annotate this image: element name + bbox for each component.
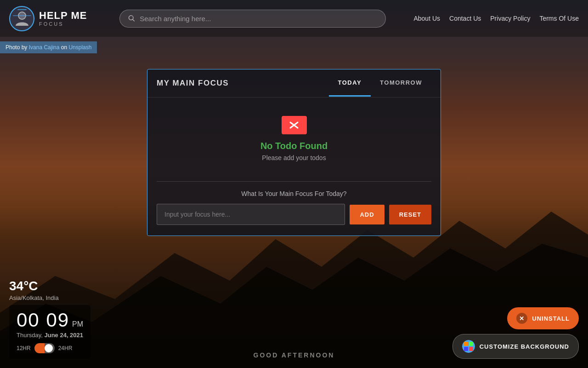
search-bar [119,10,386,28]
nav-about[interactable]: About Us [413,15,440,22]
clock-ampm: PM [72,320,83,328]
search-bar-wrap [119,10,386,28]
toggle-thumb [45,344,53,352]
nav-links: About Us Contact Us Privacy Policy Terms… [413,15,579,22]
clock-main: 00 09 PM [17,310,83,330]
no-todo-icon [282,116,307,134]
label-24hr: 24HR [58,345,73,351]
tab-today[interactable]: TODAY [329,70,371,97]
svg-rect-5 [13,15,31,16]
svg-line-7 [133,19,134,21]
clock-minutes: 09 [46,309,69,331]
uninstall-button[interactable]: ✕ UNINSTALL [507,307,579,329]
clock-full-date: June 24, 2021 [44,332,83,339]
photo-credit-author[interactable]: Ivana Cajina [29,44,60,51]
photo-credit-on: on [59,44,68,51]
header: HELP ME Focus About Us Contact Us Privac… [0,0,588,37]
logo-icon [9,6,34,31]
label-12hr: 12HR [17,345,31,351]
svg-rect-11 [462,340,475,353]
focus-card: MY MAIN FOCUS TODAY TOMORROW No Todo Fou… [147,69,441,236]
hr-toggle-switch[interactable] [34,343,55,353]
uninstall-x-icon: ✕ [516,313,527,324]
photo-credit-platform[interactable]: Unsplash [68,44,91,51]
focus-input[interactable] [157,204,345,225]
tab-tomorrow[interactable]: TOMORROW [371,70,431,97]
svg-rect-4 [17,9,27,10]
clock-date: Thursday, June 24, 2021 [17,332,83,339]
greeting-text: GOOD AFTERNOON [254,351,335,359]
customize-label: CUSTOMIZE BACKGROUND [480,343,569,350]
logo-area: HELP ME Focus [9,6,101,31]
customize-button[interactable]: CUSTOMIZE BACKGROUND [452,334,579,359]
focus-card-title: MY MAIN FOCUS [157,69,329,97]
divider [157,181,431,182]
logo-text: HELP ME Focus [39,10,87,27]
svg-rect-13 [469,342,473,346]
add-button[interactable]: ADD [350,205,384,224]
temperature-value: 34 [9,279,23,293]
clock-box: 00 09 PM Thursday, June 24, 2021 12HR 24… [9,305,90,359]
clock-time: 00 09 [17,310,69,330]
location-display: Asia/Kolkata, India [9,294,90,301]
search-input[interactable] [140,15,377,23]
focus-card-header: MY MAIN FOCUS TODAY TOMORROW [147,69,441,98]
photo-credit: Photo by Ivana Cajina on Unsplash [0,41,97,53]
no-todo-subtitle: Please add your todos [262,154,326,161]
no-todo-area: No Todo Found Please add your todos [157,107,431,173]
nav-privacy[interactable]: Privacy Policy [490,15,530,22]
no-todo-title: No Todo Found [260,141,328,151]
nav-contact[interactable]: Contact Us [449,15,481,22]
clock-day: Thursday [17,332,41,339]
customize-icon [462,340,475,353]
svg-rect-12 [464,342,468,346]
focus-card-body: No Todo Found Please add your todos What… [147,98,441,236]
search-icon [128,15,135,22]
svg-rect-14 [464,347,468,351]
clock-hours: 00 [17,309,40,331]
bottom-left: 34°C Asia/Kolkata, India 00 09 PM Thursd… [9,279,90,359]
hr-toggle-row: 12HR 24HR [17,343,83,353]
reset-button[interactable]: RESET [389,205,431,224]
photo-credit-text: Photo by [6,44,29,51]
tabs-area: TODAY TOMORROW [329,70,432,97]
bottom-center-greeting: GOOD AFTERNOON [254,351,335,359]
focus-prompt: What Is Your Main Focus For Today? [157,190,431,197]
logo-subtitle: Focus [39,21,87,27]
logo-title: HELP ME [39,10,87,21]
bottom-right: ✕ UNINSTALL CUSTOMIZE BACKGROUND [452,307,579,359]
temperature-display: 34°C [9,279,90,293]
uninstall-label: UNINSTALL [532,315,570,322]
temperature-unit: °C [23,279,38,293]
nav-terms[interactable]: Terms Of Use [539,15,579,22]
svg-rect-15 [469,347,473,351]
focus-input-row: ADD RESET [157,204,431,225]
